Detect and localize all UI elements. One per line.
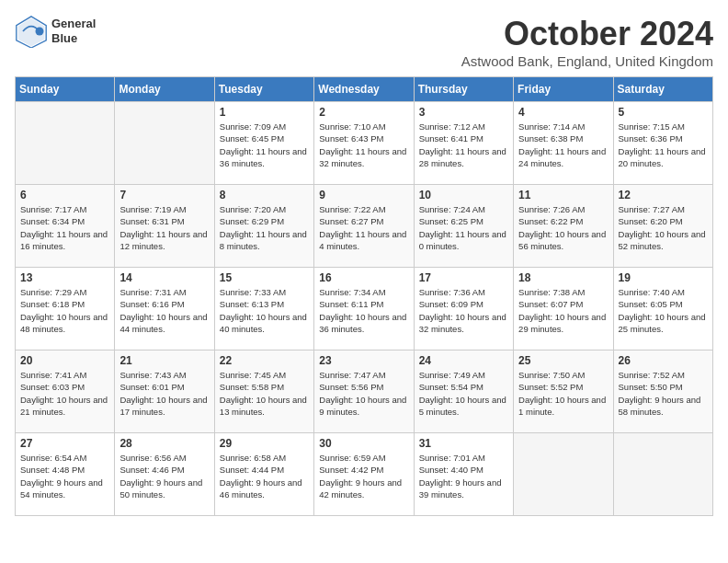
calendar-cell: 22Sunrise: 7:45 AM Sunset: 5:58 PM Dayli…: [214, 350, 313, 433]
svg-point-2: [36, 28, 44, 36]
day-number: 12: [619, 189, 708, 201]
calendar-cell: 12Sunrise: 7:27 AM Sunset: 6:20 PM Dayli…: [613, 185, 712, 268]
day-number: 17: [419, 271, 508, 284]
calendar-cell: [115, 102, 214, 185]
day-info: Sunrise: 7:01 AM Sunset: 4:40 PM Dayligh…: [419, 452, 508, 500]
weekday-header-sunday: Sunday: [16, 77, 115, 102]
calendar-cell: 10Sunrise: 7:24 AM Sunset: 6:25 PM Dayli…: [414, 185, 513, 268]
day-number: 7: [119, 189, 209, 201]
calendar-cell: 9Sunrise: 7:22 AM Sunset: 6:27 PM Daylig…: [314, 185, 414, 268]
day-number: 27: [20, 437, 109, 450]
day-number: 30: [319, 437, 408, 450]
month-title: October 2024: [461, 15, 713, 53]
day-number: 4: [518, 106, 608, 119]
day-number: 2: [319, 106, 408, 119]
calendar-header: SundayMondayTuesdayWednesdayThursdayFrid…: [16, 77, 713, 102]
calendar-cell: 3Sunrise: 7:12 AM Sunset: 6:41 PM Daylig…: [414, 102, 513, 185]
day-info: Sunrise: 7:26 AM Sunset: 6:22 PM Dayligh…: [518, 203, 608, 252]
calendar-cell: [514, 433, 613, 516]
day-info: Sunrise: 7:36 AM Sunset: 6:09 PM Dayligh…: [419, 286, 508, 335]
day-info: Sunrise: 7:34 AM Sunset: 6:11 PM Dayligh…: [319, 286, 408, 335]
day-number: 14: [119, 271, 209, 284]
day-info: Sunrise: 7:19 AM Sunset: 6:31 PM Dayligh…: [119, 203, 209, 252]
calendar-cell: 5Sunrise: 7:15 AM Sunset: 6:36 PM Daylig…: [613, 102, 712, 185]
day-info: Sunrise: 6:56 AM Sunset: 4:46 PM Dayligh…: [119, 452, 209, 500]
day-number: 25: [518, 354, 608, 367]
calendar-cell: 25Sunrise: 7:50 AM Sunset: 5:52 PM Dayli…: [514, 350, 613, 433]
day-number: 8: [220, 189, 309, 201]
day-number: 29: [220, 437, 309, 450]
calendar-cell: 15Sunrise: 7:33 AM Sunset: 6:13 PM Dayli…: [214, 268, 313, 350]
calendar-cell: 21Sunrise: 7:43 AM Sunset: 6:01 PM Dayli…: [115, 350, 214, 433]
day-number: 9: [319, 189, 408, 201]
calendar-cell: [613, 433, 712, 516]
calendar-body: 1Sunrise: 7:09 AM Sunset: 6:45 PM Daylig…: [16, 102, 713, 516]
day-number: 18: [518, 271, 608, 284]
day-number: 11: [518, 189, 608, 201]
weekday-header-thursday: Thursday: [414, 77, 513, 102]
day-info: Sunrise: 7:41 AM Sunset: 6:03 PM Dayligh…: [20, 369, 109, 418]
calendar-week-4: 20Sunrise: 7:41 AM Sunset: 6:03 PM Dayli…: [16, 350, 713, 433]
calendar-cell: 29Sunrise: 6:58 AM Sunset: 4:44 PM Dayli…: [214, 433, 313, 516]
page-header: General Blue October 2024 Astwood Bank, …: [15, 15, 713, 69]
calendar-cell: [16, 102, 115, 185]
day-info: Sunrise: 7:22 AM Sunset: 6:27 PM Dayligh…: [319, 203, 408, 252]
calendar-cell: 14Sunrise: 7:31 AM Sunset: 6:16 PM Dayli…: [115, 268, 214, 350]
calendar-cell: 20Sunrise: 7:41 AM Sunset: 6:03 PM Dayli…: [16, 350, 115, 433]
day-info: Sunrise: 7:20 AM Sunset: 6:29 PM Dayligh…: [220, 203, 309, 252]
day-number: 15: [220, 271, 309, 284]
logo-icon: [15, 15, 48, 48]
weekday-header-saturday: Saturday: [613, 77, 712, 102]
calendar-cell: 13Sunrise: 7:29 AM Sunset: 6:18 PM Dayli…: [16, 268, 115, 350]
day-info: Sunrise: 7:38 AM Sunset: 6:07 PM Dayligh…: [518, 286, 608, 335]
day-info: Sunrise: 7:27 AM Sunset: 6:20 PM Dayligh…: [619, 203, 708, 252]
day-info: Sunrise: 7:10 AM Sunset: 6:43 PM Dayligh…: [319, 121, 408, 169]
logo-line1: General: [51, 17, 96, 31]
calendar-cell: 26Sunrise: 7:52 AM Sunset: 5:50 PM Dayli…: [613, 350, 712, 433]
day-info: Sunrise: 7:09 AM Sunset: 6:45 PM Dayligh…: [220, 121, 309, 169]
calendar-week-5: 27Sunrise: 6:54 AM Sunset: 4:48 PM Dayli…: [16, 433, 713, 516]
calendar-cell: 6Sunrise: 7:17 AM Sunset: 6:34 PM Daylig…: [16, 185, 115, 268]
calendar-week-1: 1Sunrise: 7:09 AM Sunset: 6:45 PM Daylig…: [16, 102, 713, 185]
day-info: Sunrise: 7:14 AM Sunset: 6:38 PM Dayligh…: [518, 121, 608, 169]
day-info: Sunrise: 7:45 AM Sunset: 5:58 PM Dayligh…: [220, 369, 309, 418]
day-number: 28: [119, 437, 209, 450]
day-info: Sunrise: 7:50 AM Sunset: 5:52 PM Dayligh…: [518, 369, 608, 418]
calendar-cell: 31Sunrise: 7:01 AM Sunset: 4:40 PM Dayli…: [414, 433, 513, 516]
calendar-table: SundayMondayTuesdayWednesdayThursdayFrid…: [15, 76, 713, 516]
day-number: 24: [419, 354, 508, 367]
day-info: Sunrise: 7:47 AM Sunset: 5:56 PM Dayligh…: [319, 369, 408, 418]
calendar-cell: 4Sunrise: 7:14 AM Sunset: 6:38 PM Daylig…: [514, 102, 613, 185]
calendar-cell: 16Sunrise: 7:34 AM Sunset: 6:11 PM Dayli…: [314, 268, 414, 350]
calendar-cell: 28Sunrise: 6:56 AM Sunset: 4:46 PM Dayli…: [115, 433, 214, 516]
day-number: 31: [419, 437, 508, 450]
day-number: 6: [20, 189, 109, 201]
day-number: 20: [20, 354, 109, 367]
day-number: 19: [619, 271, 708, 284]
day-info: Sunrise: 7:15 AM Sunset: 6:36 PM Dayligh…: [619, 121, 708, 169]
calendar-cell: 24Sunrise: 7:49 AM Sunset: 5:54 PM Dayli…: [414, 350, 513, 433]
day-info: Sunrise: 7:24 AM Sunset: 6:25 PM Dayligh…: [419, 203, 508, 252]
day-info: Sunrise: 7:31 AM Sunset: 6:16 PM Dayligh…: [119, 286, 209, 335]
day-number: 26: [619, 354, 708, 367]
weekday-header-monday: Monday: [115, 77, 214, 102]
logo: General Blue: [15, 15, 96, 48]
day-info: Sunrise: 7:40 AM Sunset: 6:05 PM Dayligh…: [619, 286, 708, 335]
weekday-header-wednesday: Wednesday: [314, 77, 414, 102]
title-area: October 2024 Astwood Bank, England, Unit…: [461, 15, 713, 69]
weekday-header-friday: Friday: [514, 77, 613, 102]
logo-text: General Blue: [51, 17, 96, 45]
calendar-cell: 18Sunrise: 7:38 AM Sunset: 6:07 PM Dayli…: [514, 268, 613, 350]
day-number: 22: [220, 354, 309, 367]
calendar-week-2: 6Sunrise: 7:17 AM Sunset: 6:34 PM Daylig…: [16, 185, 713, 268]
calendar-cell: 30Sunrise: 6:59 AM Sunset: 4:42 PM Dayli…: [314, 433, 414, 516]
day-number: 5: [619, 106, 708, 119]
location-subtitle: Astwood Bank, England, United Kingdom: [461, 53, 713, 69]
day-info: Sunrise: 6:58 AM Sunset: 4:44 PM Dayligh…: [220, 452, 309, 500]
calendar-cell: 27Sunrise: 6:54 AM Sunset: 4:48 PM Dayli…: [16, 433, 115, 516]
day-info: Sunrise: 7:52 AM Sunset: 5:50 PM Dayligh…: [619, 369, 708, 418]
day-number: 21: [119, 354, 209, 367]
calendar-week-3: 13Sunrise: 7:29 AM Sunset: 6:18 PM Dayli…: [16, 268, 713, 350]
day-number: 3: [419, 106, 508, 119]
calendar-cell: 2Sunrise: 7:10 AM Sunset: 6:43 PM Daylig…: [314, 102, 414, 185]
